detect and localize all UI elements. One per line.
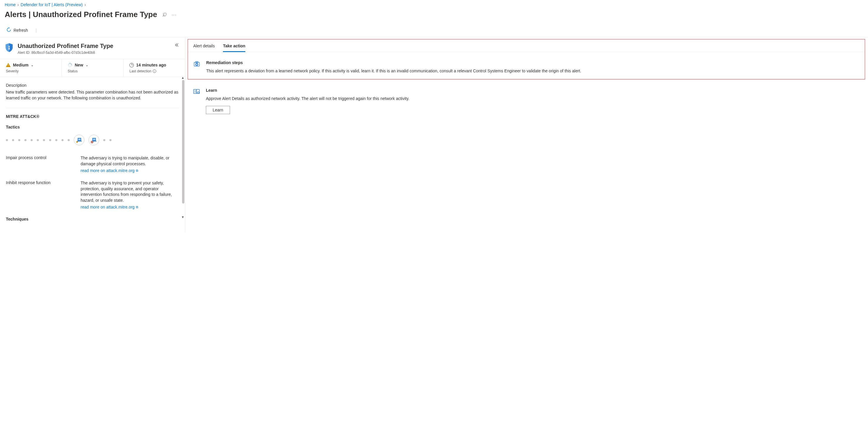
timeline-node-impair[interactable]: ! [74, 135, 85, 145]
learn-heading: Learn [206, 88, 861, 93]
svg-rect-1 [9, 47, 10, 50]
description-body: New traffic parameters were detected. Th… [6, 89, 179, 101]
last-detection-cell: 14 minutes ago Last detection i [124, 59, 185, 77]
svg-rect-5 [71, 65, 72, 65]
breadcrumb: Home › Defender for IoT | Alerts (Previe… [0, 0, 868, 8]
timeline-dot [18, 139, 20, 141]
timeline-dot [55, 139, 57, 141]
scroll-down-icon[interactable]: ▼ [181, 215, 184, 219]
learn-body: Approve Alert Details as authorized netw… [206, 96, 861, 101]
chevron-down-icon: ⌄ [86, 63, 88, 67]
timeline-dot [49, 139, 51, 141]
external-link-icon: ⧉ [136, 168, 138, 173]
alert-title: Unauthorized Profinet Frame Type [18, 43, 170, 50]
svg-point-0 [8, 46, 10, 47]
severity-label: Severity [6, 69, 57, 73]
divider [6, 108, 179, 108]
spinner-icon [68, 63, 72, 67]
timeline-dot [103, 139, 105, 141]
severity-cell[interactable]: Medium ⌄ Severity [0, 59, 62, 77]
severity-value: Medium [13, 63, 29, 67]
more-icon[interactable]: ··· [172, 12, 177, 17]
svg-rect-12 [77, 141, 82, 141]
svg-rect-11 [78, 138, 81, 140]
clock-icon [129, 63, 134, 67]
breadcrumb-home[interactable]: Home [5, 2, 16, 7]
svg-rect-2 [70, 63, 70, 64]
timeline-dot [37, 139, 39, 141]
svg-rect-4 [68, 65, 69, 65]
tactics-timeline: ! [6, 135, 179, 145]
alert-id: Alert ID: 86cfbccf-5a3d-4549-afbc-07d3c1… [18, 51, 170, 55]
shield-icon [5, 43, 13, 53]
tactic-name: Inhibit response function [6, 180, 73, 210]
timeline-dot [68, 139, 70, 141]
learn-button[interactable]: Learn [206, 106, 230, 114]
techniques-heading: Techniques [6, 217, 179, 221]
scrollbar[interactable]: ▲ ▼ [182, 77, 184, 218]
svg-rect-8 [71, 64, 72, 64]
breadcrumb-sep-icon: › [85, 2, 86, 7]
refresh-icon [6, 27, 11, 33]
pin-icon[interactable] [162, 12, 167, 17]
info-icon[interactable]: i [153, 69, 156, 73]
chevron-down-icon: ⌄ [31, 63, 34, 67]
timeline-dot [110, 139, 112, 141]
timeline-dot [6, 139, 8, 141]
mitre-link[interactable]: read more on attack.mitre.org ⧉ [81, 168, 138, 174]
description-heading: Description [6, 83, 179, 88]
svg-text:!: ! [77, 141, 77, 143]
tactic-row: Impair process control The adversary is … [6, 155, 179, 174]
refresh-button[interactable]: Refresh [5, 26, 30, 34]
toolbar: Refresh | [0, 23, 868, 37]
svg-rect-6 [68, 64, 69, 64]
timeline-dot [61, 139, 64, 141]
tactic-desc: The adversary is trying to prevent your … [81, 181, 172, 203]
tactic-name: Impair process control [6, 155, 73, 174]
scroll-up-icon[interactable]: ▲ [181, 76, 184, 79]
alert-meta: Medium ⌄ Severity [0, 59, 185, 77]
scrollbar-thumb[interactable] [182, 80, 184, 203]
learn-section: Learn Approve Alert Details as authorize… [185, 80, 868, 114]
highlighted-region: Alert details Take action Remediation st… [188, 39, 865, 79]
learn-icon [193, 88, 200, 114]
collapse-icon[interactable] [175, 43, 180, 48]
tactic-desc: The adversary is trying to manipulate, d… [81, 156, 169, 166]
breadcrumb-sep-icon: › [18, 2, 19, 7]
page-title-row: Alerts | Unauthorized Profinet Frame Typ… [0, 8, 868, 23]
warning-icon [6, 63, 10, 67]
remediation-section: Remediation steps This alert represents … [188, 52, 865, 74]
tab-take-action[interactable]: Take action [223, 43, 245, 52]
status-cell[interactable]: New ⌄ Status [62, 59, 124, 77]
toolbar-divider: | [36, 28, 37, 33]
svg-rect-7 [71, 66, 72, 66]
breadcrumb-defender[interactable]: Defender for IoT | Alerts (Preview) [21, 2, 83, 7]
svg-rect-9 [68, 66, 69, 66]
tactics-heading: Tactics [6, 125, 179, 129]
svg-rect-15 [93, 138, 95, 140]
remediation-icon [193, 60, 200, 74]
timeline-node-inhibit[interactable] [89, 135, 99, 145]
external-link-icon: ⧉ [136, 205, 138, 210]
timeline-dot [31, 139, 33, 141]
status-value: New [75, 63, 83, 67]
svg-rect-19 [195, 61, 198, 63]
remediation-heading: Remediation steps [206, 60, 858, 65]
page-title: Alerts | Unauthorized Profinet Frame Typ… [5, 10, 157, 19]
timeline-dot [12, 139, 14, 141]
remediation-body: This alert represents a deviation from a… [206, 68, 858, 74]
tabs: Alert details Take action [188, 39, 865, 52]
last-detection-value: 14 minutes ago [136, 63, 166, 67]
svg-rect-3 [70, 66, 70, 67]
refresh-label: Refresh [13, 28, 28, 33]
tab-alert-details[interactable]: Alert details [193, 43, 215, 52]
status-label: Status [68, 69, 119, 73]
timeline-dot [43, 139, 45, 141]
timeline-dot [24, 139, 27, 141]
tactic-row: Inhibit response function The adversary … [6, 180, 179, 210]
last-detection-label: Last detection [129, 69, 152, 73]
mitre-heading: MITRE ATT&CK® [6, 114, 179, 119]
mitre-link[interactable]: read more on attack.mitre.org ⧉ [81, 204, 138, 210]
